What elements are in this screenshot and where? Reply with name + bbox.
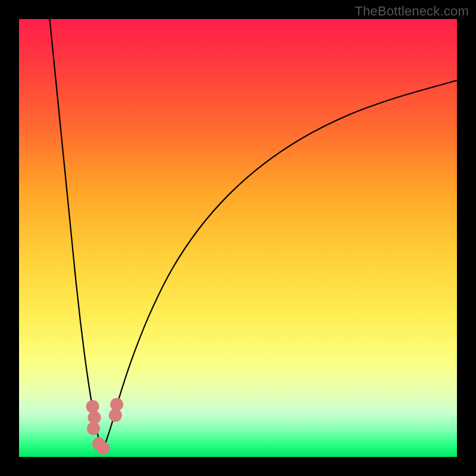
- curve-left-branch: [50, 19, 102, 453]
- plot-area: [19, 19, 457, 457]
- curves-svg: [19, 19, 457, 457]
- watermark-text: TheBottleneck.com: [355, 4, 469, 19]
- marker-dot: [86, 400, 99, 413]
- marker-dot: [96, 441, 109, 455]
- chart-frame: TheBottleneck.com: [0, 0, 476, 476]
- marker-cluster: [86, 398, 123, 455]
- curve-right-branch: [102, 80, 457, 453]
- marker-dot: [87, 422, 100, 435]
- marker-dot: [110, 398, 123, 411]
